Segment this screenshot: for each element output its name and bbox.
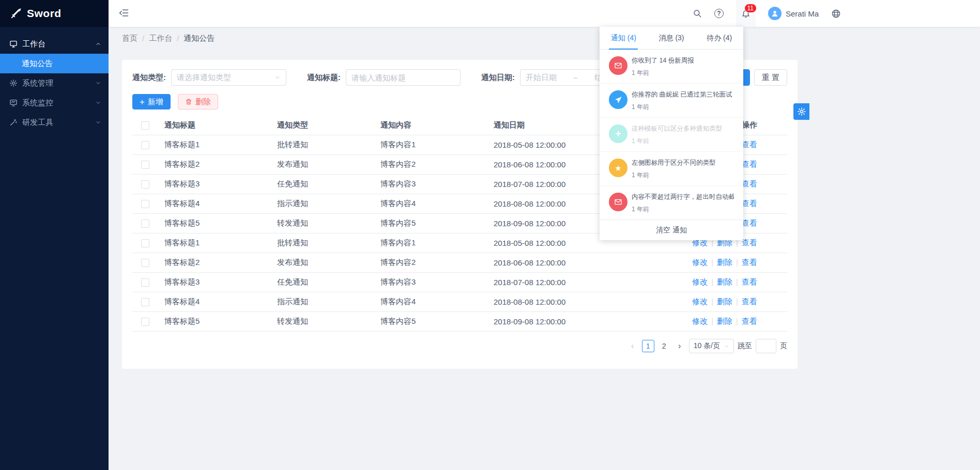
row-action-delete[interactable]: 删除 — [717, 258, 732, 267]
jump-label: 跳至 — [738, 341, 752, 351]
sidebar-item-dev-tools[interactable]: 研发工具 — [0, 113, 109, 132]
page-number-2[interactable]: 2 — [658, 340, 670, 352]
row-checkbox[interactable] — [141, 318, 149, 326]
notice-title-input[interactable] — [346, 69, 461, 86]
chevron-down-icon — [274, 74, 281, 81]
notice-type-select[interactable]: 请选择通知类型 — [171, 69, 286, 86]
sidebar-item-label: 工作台 — [22, 39, 45, 49]
row-action-edit[interactable]: 修改 — [692, 297, 708, 306]
gear-icon — [9, 79, 18, 87]
notification-item[interactable]: 内容不要超过两行字，超出时自动截断1 年前 — [600, 186, 743, 220]
row-checkbox[interactable] — [141, 220, 149, 228]
sword-logo-icon — [10, 8, 22, 19]
prev-page-icon[interactable]: ‹ — [627, 340, 638, 352]
language-globe-icon[interactable] — [831, 9, 841, 19]
notice-tab-0[interactable]: 通知 (4) — [600, 27, 648, 49]
sidebar-item-system-monitor[interactable]: 系统监控 — [0, 93, 109, 113]
notification-title: 这种模板可以区分多种通知类型 — [632, 124, 722, 133]
page-size-select[interactable]: 10 条/页 — [689, 339, 734, 353]
cell-notice-type: 转发通知 — [271, 317, 374, 326]
delete-button[interactable]: 删除 — [178, 94, 218, 109]
send-icon — [609, 90, 627, 109]
select-all-checkbox[interactable] — [141, 121, 149, 130]
user-menu[interactable]: Serati Ma — [768, 7, 819, 20]
row-checkbox[interactable] — [141, 259, 149, 267]
notice-tab-1[interactable]: 消息 (3) — [648, 27, 696, 49]
page-number-1[interactable]: 1 — [642, 340, 654, 352]
row-action-view[interactable]: 查看 — [742, 317, 757, 325]
user-name: Serati Ma — [786, 9, 819, 18]
page-size-value: 10 条/页 — [694, 341, 720, 351]
logo[interactable]: Sword — [0, 0, 109, 27]
row-action-delete[interactable]: 删除 — [717, 297, 732, 306]
star-icon: ★ — [609, 159, 627, 177]
notification-item[interactable]: +这种模板可以区分多种通知类型1 年前 — [600, 118, 743, 152]
row-action-edit[interactable]: 修改 — [692, 258, 708, 267]
notification-item[interactable]: 你推荐的 曲妮妮 已通过第三轮面试1 年前 — [600, 84, 743, 118]
notice-tab-2[interactable]: 待办 (4) — [695, 27, 743, 49]
notification-item[interactable]: ★左侧图标用于区分不同的类型1 年前 — [600, 152, 743, 186]
reset-button[interactable]: 重 置 — [754, 69, 787, 86]
row-checkbox[interactable] — [141, 161, 149, 169]
row-checkbox[interactable] — [141, 239, 149, 247]
cell-notice-content: 博客内容3 — [374, 179, 487, 189]
cell-actions: 修改|删除|查看 — [622, 277, 787, 287]
search-icon[interactable] — [693, 9, 702, 18]
action-separator: | — [736, 297, 738, 306]
clear-notifications-button[interactable]: 清空 通知 — [600, 220, 743, 240]
notification-time: 1 年前 — [632, 69, 694, 77]
cell-notice-date: 2018-07-08 12:00:00 — [487, 278, 622, 287]
tools-icon — [9, 118, 18, 127]
row-action-view[interactable]: 查看 — [742, 140, 757, 149]
row-action-view[interactable]: 查看 — [742, 218, 757, 227]
settings-button[interactable] — [793, 103, 809, 120]
cell-notice-title: 博客标题2 — [158, 258, 271, 268]
sidebar-item-system-manage[interactable]: 系统管理 — [0, 73, 109, 93]
cell-notice-content: 博客内容3 — [374, 277, 487, 287]
sidebar-menu: 工作台 通知公告 系统管理 系统监控 — [0, 27, 109, 132]
jump-page-input[interactable] — [756, 339, 776, 353]
row-action-view[interactable]: 查看 — [742, 297, 757, 306]
row-action-view[interactable]: 查看 — [742, 179, 757, 188]
avatar — [768, 7, 782, 20]
cell-notice-type: 任免通知 — [271, 179, 374, 189]
mail-icon — [609, 193, 627, 211]
row-action-edit[interactable]: 修改 — [692, 277, 708, 286]
row-checkbox[interactable] — [141, 141, 149, 149]
notification-item[interactable]: 你收到了 14 份新周报1 年前 — [600, 50, 743, 84]
breadcrumb-separator: / — [142, 34, 144, 43]
cell-notice-content: 博客内容1 — [374, 140, 487, 150]
row-action-view[interactable]: 查看 — [742, 160, 757, 168]
chevron-down-icon — [724, 343, 729, 349]
menu-fold-icon[interactable] — [119, 8, 129, 18]
help-icon[interactable]: ? — [714, 9, 724, 18]
row-action-delete[interactable]: 删除 — [717, 277, 732, 286]
row-action-view[interactable]: 查看 — [742, 258, 757, 267]
row-action-edit[interactable]: 修改 — [692, 317, 708, 325]
sidebar-item-workbench[interactable]: 工作台 — [0, 34, 109, 54]
row-checkbox[interactable] — [141, 298, 149, 306]
breadcrumb: 首页 / 工作台 / 通知公告 — [122, 27, 215, 50]
next-page-icon[interactable]: › — [674, 340, 685, 352]
table-row: 博客标题5转发通知博客内容52018-09-08 12:00:00修改|删除|查… — [132, 312, 787, 332]
row-checkbox[interactable] — [141, 200, 149, 208]
cell-notice-title: 博客标题5 — [158, 317, 271, 326]
cell-actions: 修改|删除|查看 — [622, 317, 787, 326]
row-action-view[interactable]: 查看 — [742, 277, 757, 286]
cell-notice-type: 转发通知 — [271, 218, 374, 228]
row-checkbox[interactable] — [141, 278, 149, 287]
row-checkbox[interactable] — [141, 180, 149, 189]
cell-notice-content: 博客内容5 — [374, 317, 487, 326]
row-action-delete[interactable]: 删除 — [717, 317, 732, 325]
row-action-view[interactable]: 查看 — [742, 238, 757, 247]
notification-bell[interactable]: 11 — [736, 0, 756, 27]
sidebar-item-notice[interactable]: 通知公告 — [0, 54, 109, 73]
breadcrumb-home[interactable]: 首页 — [122, 34, 137, 43]
action-separator: | — [736, 317, 738, 325]
row-action-view[interactable]: 查看 — [742, 199, 757, 208]
add-button[interactable]: + 新增 — [132, 94, 171, 109]
cell-notice-date: 2018-08-08 12:00:00 — [487, 297, 622, 306]
action-separator: | — [711, 317, 713, 325]
action-separator: | — [711, 297, 713, 306]
breadcrumb-workbench[interactable]: 工作台 — [149, 34, 172, 43]
